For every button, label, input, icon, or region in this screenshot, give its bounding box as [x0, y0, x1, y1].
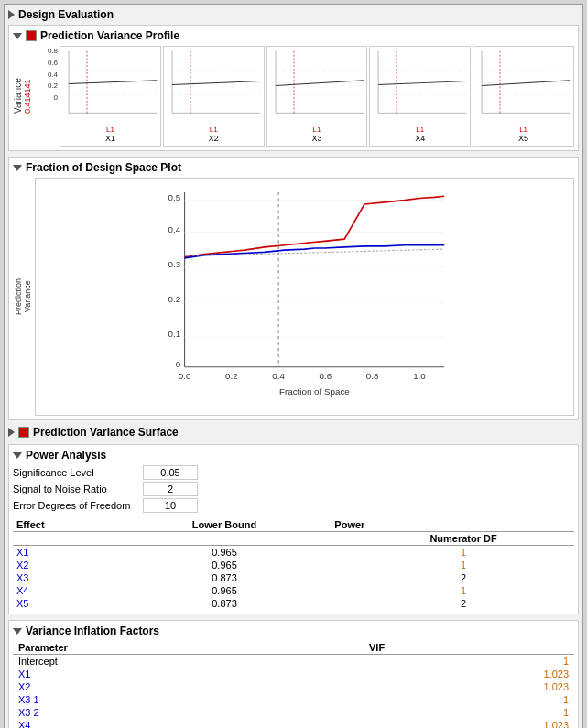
th-numerator-df: Numerator DF	[353, 532, 574, 546]
table-row: X3 1 1	[13, 693, 574, 706]
table-row: X2 0.965 1	[13, 559, 574, 571]
table-row: X1 1.023	[13, 668, 574, 680]
pvp-collapse-icon	[13, 33, 22, 39]
vif-x3-1: 1	[364, 693, 574, 706]
ndf-x5: 2	[353, 597, 574, 610]
table-row: X1 0.965 1	[13, 546, 574, 560]
snr-input[interactable]	[143, 482, 198, 496]
edf-input[interactable]	[143, 498, 198, 513]
pvp-chart-x3[interactable]: L1 X3	[266, 46, 368, 147]
table-row: X5 0.873 2	[13, 597, 574, 610]
vif-section: Variance Inflation Factors Parameter VIF…	[8, 620, 579, 728]
pvp-content: Variance 0.414141 0.80.60.40.20	[13, 46, 574, 147]
main-title[interactable]: Design Evaluation	[8, 8, 579, 21]
vif-collapse-icon	[13, 628, 22, 635]
pvp-chart-x5[interactable]: L1 X5	[473, 46, 574, 147]
lb-x1: 0.965	[118, 546, 332, 560]
pvp-section: Prediction Variance Profile Variance 0.4…	[8, 25, 579, 151]
pvp-ylabel: Variance 0.414141	[13, 46, 32, 147]
ndf-x4: 1	[353, 584, 574, 597]
svg-text:1.0: 1.0	[413, 371, 426, 381]
fds-plot[interactable]: 0 0.1 0.2 0.3 0.4 0.5 0.0 0.2 0.4	[35, 178, 574, 416]
pvp-chart-x2[interactable]: L1 X2	[163, 46, 265, 147]
ndf-x3: 2	[353, 571, 574, 584]
main-title-label: Design Evaluation	[18, 8, 114, 21]
svg-text:0.1: 0.1	[168, 329, 181, 339]
svg-text:0.8: 0.8	[366, 371, 379, 381]
svg-text:Fraction of Space: Fraction of Space	[279, 386, 350, 397]
th-lower-bound: Lower Bound	[118, 518, 332, 532]
th-vif: VIF	[364, 641, 574, 655]
vif-x1: 1.023	[364, 668, 574, 680]
pvp-red-box	[26, 30, 37, 41]
svg-text:0: 0	[176, 359, 181, 369]
fds-title: Fraction of Design Space Plot	[26, 161, 181, 174]
lb-x4: 0.965	[118, 584, 332, 597]
svg-text:0.5: 0.5	[168, 192, 181, 202]
fds-section: Fraction of Design Space Plot Prediction…	[8, 157, 579, 420]
pvs-collapse-icon	[8, 428, 15, 437]
pvp-title: Prediction Variance Profile	[40, 29, 179, 42]
pvp-header[interactable]: Prediction Variance Profile	[13, 29, 574, 42]
vif-x2: 1.023	[364, 680, 574, 693]
power-table: Effect Lower Bound Power Numerator DF X1…	[13, 518, 574, 610]
table-row: X3 0.873 2	[13, 571, 574, 584]
lb-x5: 0.873	[118, 597, 332, 610]
edf-label: Error Degrees of Freedom	[13, 498, 141, 513]
effect-x2: X2	[13, 559, 118, 571]
vif-header[interactable]: Variance Inflation Factors	[13, 625, 574, 637]
table-row: X4 1.023	[13, 719, 574, 728]
th-power: Power	[331, 518, 574, 532]
pvp-chart-x1[interactable]: L1 X1	[60, 46, 161, 147]
param-x2: X2	[13, 680, 364, 693]
power-section: Power Analysis Significance Level Signal…	[8, 444, 579, 614]
table-row: X4 0.965 1	[13, 584, 574, 597]
th-parameter: Parameter	[13, 641, 364, 655]
effect-x3: X3	[13, 571, 118, 584]
svg-text:0.4: 0.4	[272, 371, 285, 381]
sig-level-input[interactable]	[143, 465, 198, 480]
lb-x3: 0.873	[118, 571, 332, 584]
vif-x3-2: 1	[364, 706, 574, 719]
vif-table: Parameter VIF Intercept 1 X1 1.023 X2 1.…	[13, 641, 574, 728]
pvp-yticks: 0.80.60.40.20	[34, 46, 574, 147]
pvs-header[interactable]: Prediction Variance Surface	[8, 426, 579, 439]
sig-level-label: Significance Level	[13, 465, 141, 480]
fds-collapse-icon	[13, 165, 22, 171]
power-form: Significance Level Signal to Noise Ratio…	[13, 465, 574, 513]
param-x1: X1	[13, 668, 364, 680]
snr-label: Signal to Noise Ratio	[13, 482, 141, 496]
param-x3-1: X3 1	[13, 693, 364, 706]
param-x3-2: X3 2	[13, 706, 364, 719]
svg-text:0.4: 0.4	[168, 224, 181, 234]
expand-icon	[8, 10, 15, 19]
param-x4: X4	[13, 719, 364, 728]
power-collapse-icon	[13, 452, 22, 459]
vif-intercept: 1	[364, 655, 574, 668]
pvs-red-box	[18, 427, 29, 438]
vif-x4: 1.023	[364, 719, 574, 728]
svg-line-7	[69, 81, 157, 84]
vif-title: Variance Inflation Factors	[26, 625, 159, 637]
power-header[interactable]: Power Analysis	[13, 449, 574, 462]
table-row: X2 1.023	[13, 680, 574, 693]
svg-text:0.6: 0.6	[320, 371, 332, 381]
pvp-chart-x4[interactable]: L1 X4	[369, 46, 471, 147]
ndf-x1: 1	[353, 546, 574, 560]
effect-x5: X5	[13, 597, 118, 610]
th-effect: Effect	[13, 518, 118, 532]
fds-header[interactable]: Fraction of Design Space Plot	[13, 161, 574, 174]
effect-x4: X4	[13, 584, 118, 597]
svg-text:0.0: 0.0	[179, 371, 191, 381]
pvp-charts: L1 X1	[60, 46, 574, 147]
lb-x2: 0.965	[118, 559, 332, 571]
svg-text:0.2: 0.2	[225, 371, 238, 381]
param-intercept: Intercept	[13, 655, 364, 668]
fds-ylabel: PredictionVariance	[13, 178, 33, 416]
design-evaluation-panel: Design Evaluation Prediction Variance Pr…	[4, 4, 583, 728]
svg-text:0.3: 0.3	[168, 259, 181, 269]
pvp-charts-area: 0.80.60.40.20	[34, 46, 574, 147]
pvs-section: Prediction Variance Surface	[8, 426, 579, 439]
pvs-title: Prediction Variance Surface	[33, 426, 179, 439]
fds-content: PredictionVariance 0 0.1 0.2 0.3 0.4 0.5	[13, 178, 574, 416]
